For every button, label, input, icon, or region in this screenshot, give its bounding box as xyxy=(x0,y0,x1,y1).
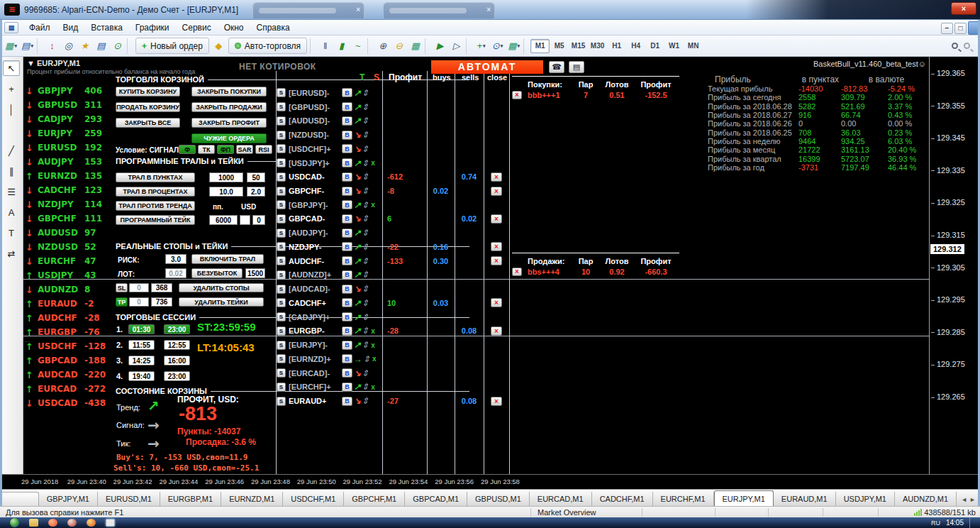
pair-strength-row[interactable]: EURUSD 192 xyxy=(26,141,106,155)
menu-item[interactable]: Вид xyxy=(57,21,85,35)
sl-button[interactable]: SL xyxy=(116,283,128,292)
sell-pair-button[interactable]: S xyxy=(277,116,286,126)
program-take-field-mid[interactable] xyxy=(240,215,250,225)
buy-pair-button[interactable]: B xyxy=(342,242,352,251)
start-button[interactable] xyxy=(10,518,19,527)
sell-pair-button[interactable]: S xyxy=(277,256,286,265)
condition-toggle[interactable]: RSI xyxy=(255,145,272,154)
buy-pair-button[interactable]: B xyxy=(342,256,352,265)
sell-pair-button[interactable]: S xyxy=(277,187,286,196)
chart-tab[interactable]: GBPJPY,M1 xyxy=(39,492,98,506)
chart-tool[interactable] xyxy=(3,204,20,220)
sell-pair-button[interactable]: S xyxy=(277,144,286,153)
sell-pair-button[interactable]: S xyxy=(277,200,286,209)
close-pair-button[interactable] xyxy=(491,214,502,224)
chart-tool[interactable] xyxy=(3,122,20,138)
toolbar-icon[interactable]: ⊙▾ xyxy=(109,38,126,54)
sell-pair-button[interactable]: S xyxy=(277,242,286,251)
terminal-app-icon[interactable] xyxy=(106,519,115,527)
buy-pair-button[interactable]: B xyxy=(342,312,352,321)
toolbar-icon[interactable]: ▩▾ xyxy=(506,38,522,54)
toolbar-icon[interactable]: ↕▾ xyxy=(44,38,60,54)
toolbar-icon[interactable]: ★▾ xyxy=(77,38,93,54)
trail-points-button[interactable]: ТРАЛ В ПУНКТАХ xyxy=(116,172,195,182)
delete-stops-button[interactable]: УДАЛИТЬ СТОПЫ xyxy=(179,283,264,292)
sell-pair-button[interactable]: S xyxy=(277,172,286,182)
buy-pair-button[interactable]: B xyxy=(342,341,352,350)
chart-tab[interactable]: EURCHF,M1 xyxy=(653,492,714,506)
close-group-button[interactable] xyxy=(512,91,522,99)
pair-strength-row[interactable]: CADCHF 123 xyxy=(26,183,106,197)
chart-tool[interactable] xyxy=(3,143,20,158)
pair-strength-row[interactable]: AUDCHF -28 xyxy=(26,311,106,325)
sl-field-1[interactable]: 0 xyxy=(129,283,149,292)
close-pair-button[interactable] xyxy=(491,256,502,265)
chart-tool[interactable] xyxy=(3,184,20,199)
trail-points-field-2[interactable]: 50 xyxy=(247,172,265,182)
pair-strength-row[interactable]: USDJPY 43 xyxy=(26,268,106,282)
sell-pair-button[interactable]: S xyxy=(277,368,286,378)
buy-pair-button[interactable]: B xyxy=(342,158,352,167)
trail-contra-button[interactable]: ТРАЛ ПРОТИВ ТРЕНДА xyxy=(116,201,195,211)
sl-field-2[interactable]: 368 xyxy=(151,283,172,292)
toolbar-icon[interactable]: ⊖▾ xyxy=(391,38,407,54)
pair-strength-row[interactable]: USDCAD -438 xyxy=(26,396,106,410)
browser-icon[interactable] xyxy=(48,519,57,527)
pair-strength-row[interactable]: EURJPY 259 xyxy=(26,126,106,141)
toolbar-icon[interactable]: ▦▾ xyxy=(407,38,423,54)
menu-item[interactable]: Графики xyxy=(129,21,176,35)
tab-close-icon[interactable]: × xyxy=(356,6,360,13)
title-bar[interactable]: ≋ 9969685: Alpari-ECN-Demo - Демо Счет -… xyxy=(0,0,980,20)
close-buys-button[interactable]: ЗАКРЫТЬ ПОКУПКИ xyxy=(191,87,267,97)
condition-toggle[interactable]: ФП xyxy=(217,145,234,154)
menu-item[interactable]: Окно xyxy=(218,21,250,35)
chart-tab[interactable]: USDCHF,M1 xyxy=(283,492,344,506)
tabs-scroll-right-icon[interactable]: ► xyxy=(969,496,976,503)
program-take-button[interactable]: ПРОГРАММНЫЙ ТЕЙК xyxy=(116,215,195,225)
timeframe-button[interactable]: MN xyxy=(684,39,703,53)
toolbar-icon[interactable]: ▶▾ xyxy=(432,38,448,54)
child-restore-button[interactable]: □ xyxy=(954,23,967,34)
sell-pair-button[interactable]: S xyxy=(277,229,286,238)
buy-pair-button[interactable]: B xyxy=(342,326,352,336)
chart-tab[interactable]: EURJPY,M1 xyxy=(714,490,774,506)
pair-strength-row[interactable]: GBPCAD -188 xyxy=(26,353,106,368)
session-start-field[interactable]: 14:25 xyxy=(128,356,155,365)
expert-advisor-icon[interactable]: ◆ xyxy=(211,38,227,54)
sell-pair-button[interactable]: S xyxy=(277,298,286,307)
buy-pair-button[interactable]: B xyxy=(342,229,352,238)
child-minimize-button[interactable]: − xyxy=(941,23,953,34)
buy-pair-button[interactable]: B xyxy=(342,116,352,126)
price-axis[interactable]: 129.365129.355129.345129.335129.325129.3… xyxy=(929,57,980,474)
tp-field-1[interactable]: 0 xyxy=(129,297,149,307)
buy-pair-button[interactable]: B xyxy=(342,144,352,153)
buy-basket-button[interactable]: КУПИТЬ КОРЗИНУ xyxy=(116,87,180,97)
delete-takes-button[interactable]: УДАЛИТЬ ТЕЙКИ xyxy=(179,297,264,307)
toolbar-icon[interactable]: ▾ xyxy=(37,38,43,54)
timeframe-button[interactable]: M15 xyxy=(569,39,588,53)
toolbar-icon[interactable]: ▾ xyxy=(523,38,529,54)
timeframe-button[interactable]: M30 xyxy=(588,39,607,53)
session-end-field[interactable]: 23:00 xyxy=(164,371,190,381)
chart-tab[interactable]: USDJPY,M1 xyxy=(836,492,895,506)
toolbar-icon[interactable]: ▾ xyxy=(310,38,316,54)
dropdown-arrow-icon[interactable]: ▾ xyxy=(483,43,486,49)
buy-pair-button[interactable]: B xyxy=(342,102,352,111)
new-order-button[interactable]: +Новый ордер xyxy=(135,38,209,54)
chart-tab[interactable]: EURGBP,M1 xyxy=(160,492,221,506)
program-take-field-2[interactable]: 0 xyxy=(252,215,265,225)
sell-pair-button[interactable]: S xyxy=(277,383,286,392)
buy-pair-button[interactable]: B xyxy=(342,88,352,97)
pair-strength-row[interactable]: CADJPY 293 xyxy=(26,112,106,126)
sell-basket-button[interactable]: ПРОДАТЬ КОРЗИНУ xyxy=(116,102,180,112)
chart-tab[interactable]: CADCHF,M1 xyxy=(592,492,653,506)
enable-trail-button[interactable]: ВКЛЮЧИТЬ ТРАЛ xyxy=(191,254,264,264)
menu-item[interactable]: Справка xyxy=(250,21,296,35)
toolbar-icon[interactable]: ~▾ xyxy=(350,38,366,54)
timeframe-button[interactable]: M1 xyxy=(530,39,550,53)
tp-button[interactable]: ТР xyxy=(116,297,128,307)
sell-pair-button[interactable]: S xyxy=(277,88,286,97)
session-start-field[interactable]: 01:30 xyxy=(128,324,155,334)
pair-strength-row[interactable]: EURGBP -76 xyxy=(26,325,106,339)
explorer-icon[interactable] xyxy=(29,519,38,527)
